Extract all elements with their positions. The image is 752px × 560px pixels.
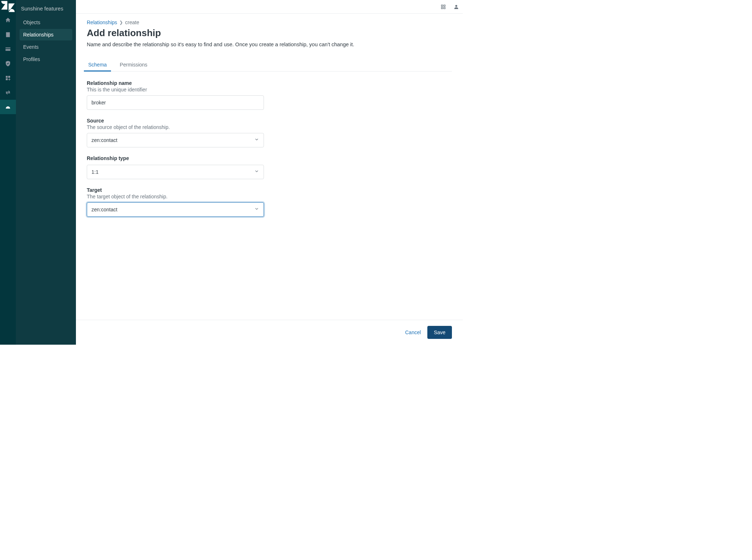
select-value: zen:contact: [91, 207, 118, 212]
form-help: The target object of the relationship.: [87, 194, 264, 199]
svg-point-4: [455, 5, 457, 7]
form-label: Relationship type: [87, 155, 264, 161]
source-select[interactable]: zen:contact: [87, 133, 264, 147]
rail-home-icon[interactable]: [0, 13, 16, 27]
tab-label: Schema: [88, 62, 107, 68]
sidebar: Sunshine features Objects Relationships …: [16, 0, 76, 345]
sidebar-item-objects[interactable]: Objects: [20, 17, 72, 28]
rail-transfer-icon[interactable]: [0, 85, 16, 100]
chevron-right-icon: ❯: [119, 20, 123, 25]
rail-shield-icon[interactable]: [0, 56, 16, 71]
tab-permissions[interactable]: Permissions: [118, 59, 149, 71]
form-section-type: Relationship type 1:1: [87, 155, 264, 179]
footer: Cancel Save: [76, 320, 463, 345]
breadcrumb: Relationships ❯ create: [87, 20, 452, 25]
form-label: Source: [87, 118, 264, 124]
form-label: Target: [87, 187, 264, 193]
tab-label: Permissions: [120, 62, 147, 68]
breadcrumb-parent-link[interactable]: Relationships: [87, 20, 117, 25]
form-label: Relationship name: [87, 80, 264, 86]
type-select[interactable]: 1:1: [87, 165, 264, 179]
form-section-target: Target The target object of the relation…: [87, 187, 264, 217]
sidebar-item-relationships[interactable]: Relationships: [20, 29, 72, 40]
sidebar-title: Sunshine features: [20, 6, 72, 17]
form-help: This is the unique identifier: [87, 87, 264, 92]
rail-card-icon[interactable]: [0, 42, 16, 56]
rail-sunshine-icon[interactable]: [0, 100, 16, 114]
tab-schema[interactable]: Schema: [87, 59, 108, 71]
chevron-down-icon: [254, 137, 259, 143]
svg-rect-1: [444, 5, 445, 6]
rail-apps-icon[interactable]: [0, 71, 16, 85]
chevron-down-icon: [254, 169, 259, 175]
user-profile-icon[interactable]: [453, 4, 459, 10]
cancel-button[interactable]: Cancel: [405, 329, 421, 335]
select-value: 1:1: [91, 169, 98, 175]
sidebar-item-profiles[interactable]: Profiles: [20, 53, 72, 65]
svg-rect-2: [441, 7, 443, 9]
relationship-name-input[interactable]: [91, 96, 259, 109]
page-subtitle: Name and describe the relationship so it…: [87, 41, 383, 49]
svg-rect-0: [441, 5, 443, 6]
zendesk-logo-icon[interactable]: [0, 0, 16, 13]
form-section-name: Relationship name This is the unique ide…: [87, 80, 264, 110]
sidebar-item-label: Relationships: [23, 32, 54, 38]
sidebar-item-label: Events: [23, 44, 39, 50]
sidebar-item-label: Objects: [23, 20, 40, 25]
main: Relationships ❯ create Add relationship …: [76, 0, 463, 345]
tabs: Schema Permissions: [87, 59, 452, 72]
content: Relationships ❯ create Add relationship …: [76, 14, 463, 320]
select-value: zen:contact: [91, 137, 118, 143]
apps-grid-icon[interactable]: [440, 4, 446, 10]
target-select[interactable]: zen:contact: [87, 202, 264, 217]
sidebar-item-label: Profiles: [23, 56, 40, 62]
save-button[interactable]: Save: [427, 326, 452, 339]
chevron-down-icon: [254, 206, 259, 212]
breadcrumb-current: create: [125, 20, 139, 25]
svg-rect-3: [444, 7, 445, 9]
topbar: [76, 0, 463, 14]
form-section-source: Source The source object of the relation…: [87, 118, 264, 147]
sidebar-item-events[interactable]: Events: [20, 41, 72, 53]
relationship-name-input-wrapper: [87, 95, 264, 110]
icon-rail: [0, 0, 16, 345]
rail-building-icon[interactable]: [0, 27, 16, 42]
form-help: The source object of the relationship.: [87, 124, 264, 130]
page-title: Add relationship: [87, 27, 452, 39]
